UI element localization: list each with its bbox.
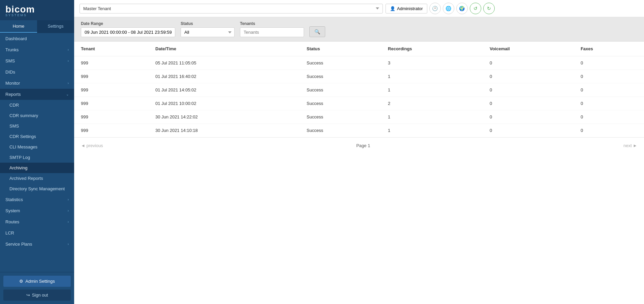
signout-button[interactable]: ↪ Sign out — [3, 289, 71, 301]
cell-datetime: 01 Jul 2021 14:05:02 — [149, 83, 300, 97]
sidebar-item-cli-messages[interactable]: CLI Messages — [0, 142, 74, 152]
tab-home[interactable]: Home — [0, 20, 37, 33]
date-range-input[interactable] — [81, 27, 175, 37]
cell-recordings: 1 — [381, 83, 483, 97]
sidebar-item-label: Routes — [5, 219, 19, 224]
page-info: Page 1 — [356, 143, 370, 148]
sidebar-item-dids[interactable]: DIDs — [0, 66, 74, 78]
cell-recordings: 1 — [381, 124, 483, 137]
cell-voicemail: 0 — [483, 56, 574, 70]
sidebar-item-label: LCR — [5, 230, 14, 236]
cell-datetime: 30 Jun 2021 14:22:02 — [149, 110, 300, 124]
sidebar-item-archiving[interactable]: Archiving — [0, 163, 74, 173]
cell-voicemail: 0 — [483, 83, 574, 97]
cell-status: Success — [300, 83, 381, 97]
date-range-label: Date Range — [81, 21, 175, 26]
admin-settings-button[interactable]: ⚙ Admin Settings — [3, 276, 71, 287]
cell-status: Success — [300, 124, 381, 137]
sidebar-item-trunks[interactable]: Trunks › — [0, 44, 74, 55]
sidebar-item-dashboard[interactable]: Dashboard — [0, 33, 74, 44]
col-recordings: Recordings — [381, 42, 483, 56]
cell-voicemail: 0 — [483, 70, 574, 83]
col-faxes: Faxes — [574, 42, 644, 56]
chevron-right-icon: › — [68, 59, 69, 63]
tenant-select[interactable]: Master Tenant — [80, 4, 383, 13]
cell-voicemail: 0 — [483, 110, 574, 124]
user-label: Administrator — [397, 6, 423, 11]
search-button[interactable]: 🔍 — [309, 26, 325, 37]
cell-tenant: 999 — [74, 97, 149, 110]
cell-faxes: 0 — [574, 56, 644, 70]
signout-label: Sign out — [32, 293, 48, 298]
cell-recordings: 1 — [381, 110, 483, 124]
sidebar-item-sms[interactable]: SMS › — [0, 55, 74, 66]
table-row: 999 30 Jun 2021 14:22:02 Success 1 0 0 — [74, 110, 644, 124]
globe-settings-icon: 🌐 — [446, 6, 451, 11]
sidebar-item-cdr-settings[interactable]: CDR Settings — [0, 131, 74, 142]
language-icon-btn[interactable]: 🌍 — [456, 3, 468, 14]
logo-sub: SYSTEMS — [5, 13, 69, 17]
cell-faxes: 0 — [574, 83, 644, 97]
cell-recordings: 2 — [381, 97, 483, 110]
date-range-group: Date Range — [81, 21, 175, 37]
cell-faxes: 0 — [574, 70, 644, 83]
chevron-down-icon: ⌄ — [66, 92, 69, 96]
tab-settings[interactable]: Settings — [37, 20, 74, 33]
table-header-row: Tenant Date/Time Status Recordings Voice… — [74, 42, 644, 56]
chevron-right-icon: › — [68, 209, 69, 213]
sidebar-item-statistics[interactable]: Statistics › — [0, 194, 74, 205]
topbar: Master Tenant 👤 Administrator 🕐 🌐 🌍 ↺ ↻ — [74, 0, 644, 17]
chevron-right-icon: › — [68, 242, 69, 246]
col-voicemail: Voicemail — [483, 42, 574, 56]
table-row: 999 01 Jul 2021 16:40:02 Success 1 0 0 — [74, 70, 644, 83]
chevron-right-icon: › — [68, 198, 69, 201]
col-datetime: Date/Time — [149, 42, 300, 56]
sidebar: bicom SYSTEMS Home Settings Dashboard Tr… — [0, 0, 74, 304]
sidebar-item-label: Reports — [5, 92, 21, 97]
sidebar-item-label: DIDs — [5, 70, 15, 75]
sidebar-item-reports[interactable]: Reports ⌄ — [0, 89, 74, 100]
col-status: Status — [300, 42, 381, 56]
refresh-icon-btn[interactable]: ↺ — [470, 3, 481, 14]
table-row: 999 01 Jul 2021 14:05:02 Success 1 0 0 — [74, 83, 644, 97]
cell-voicemail: 0 — [483, 124, 574, 137]
cell-tenant: 999 — [74, 124, 149, 137]
cell-tenant: 999 — [74, 110, 149, 124]
clock-icon-btn[interactable]: 🕐 — [429, 3, 441, 14]
sidebar-item-service-plans[interactable]: Service Plans › — [0, 239, 74, 250]
sidebar-item-label: Trunks — [5, 47, 19, 52]
cell-datetime: 30 Jun 2021 14:10:18 — [149, 124, 300, 137]
sidebar-item-archived-reports[interactable]: Archived Reports — [0, 173, 74, 184]
logo: bicom SYSTEMS — [0, 0, 74, 20]
tenants-label: Tenants — [240, 21, 304, 26]
archiving-table: Tenant Date/Time Status Recordings Voice… — [74, 42, 644, 137]
user-icon: 👤 — [390, 6, 395, 11]
globe-settings-icon-btn[interactable]: 🌐 — [443, 3, 454, 14]
signout-icon: ↪ — [26, 293, 30, 298]
chevron-right-icon: › — [68, 48, 69, 52]
status-select[interactable]: All Success Failed — [181, 27, 235, 37]
sidebar-item-label: Service Plans — [5, 242, 32, 247]
table-row: 999 01 Jul 2021 10:00:02 Success 2 0 0 — [74, 97, 644, 110]
pagination: ◄ previous Page 1 next ► — [74, 137, 644, 154]
sidebar-item-sms-report[interactable]: SMS — [0, 121, 74, 131]
cell-recordings: 3 — [381, 56, 483, 70]
tenants-input[interactable] — [240, 27, 304, 37]
table-row: 999 05 Jul 2021 11:05:05 Success 3 0 0 — [74, 56, 644, 70]
status-label: Status — [181, 21, 235, 26]
user-menu[interactable]: 👤 Administrator — [386, 4, 427, 13]
sidebar-item-system[interactable]: System › — [0, 205, 74, 216]
gear-icon: ⚙ — [19, 279, 23, 284]
sidebar-item-directory-sync[interactable]: Directory Sync Management — [0, 184, 74, 194]
sidebar-item-lcr[interactable]: LCR — [0, 227, 74, 239]
sidebar-tabs: Home Settings — [0, 20, 74, 33]
sidebar-item-monitor[interactable]: Monitor › — [0, 78, 74, 89]
sidebar-item-routes[interactable]: Routes › — [0, 216, 74, 227]
sidebar-item-cdr-summary[interactable]: CDR summary — [0, 110, 74, 121]
refresh-icon: ↺ — [473, 6, 478, 11]
sidebar-item-cdr[interactable]: CDR — [0, 100, 74, 110]
cell-tenant: 999 — [74, 56, 149, 70]
sidebar-item-smtp-log[interactable]: SMTP Log — [0, 152, 74, 163]
sync-icon-btn[interactable]: ↻ — [483, 3, 495, 14]
cell-status: Success — [300, 56, 381, 70]
